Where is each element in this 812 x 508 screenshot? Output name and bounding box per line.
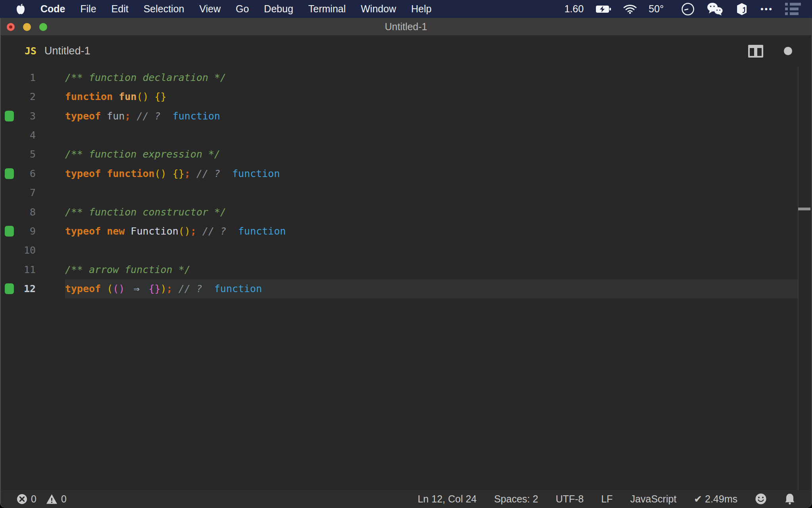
statusbar-right-items: Ln 12, Col 24Spaces: 2UTF-8LFJavaScript✔… — [417, 493, 737, 505]
menu-item-terminal[interactable]: Terminal — [308, 3, 346, 15]
notifications-bell-icon[interactable] — [784, 493, 795, 505]
menu-item-file[interactable]: File — [80, 3, 96, 15]
menu-item-go[interactable]: Go — [236, 3, 249, 15]
code-text: /** arrow function */ — [65, 260, 190, 279]
line-number[interactable]: 6 — [1, 164, 36, 183]
code-text: /** function constructor */ — [65, 203, 226, 222]
apple-menu[interactable] — [16, 4, 25, 15]
wifi-icon[interactable] — [623, 4, 637, 14]
menu-item-view[interactable]: View — [199, 3, 221, 15]
menu-item-selection[interactable]: Selection — [144, 3, 184, 15]
code-line[interactable]: 2function fun() {} — [1, 87, 811, 106]
warnings-indicator[interactable]: 0 — [46, 493, 67, 505]
code-line[interactable]: 8/** function constructor */ — [1, 203, 811, 222]
temperature-widget[interactable]: 50° — [649, 3, 664, 15]
menubar: CodeFileEditSelectionViewGoDebugTerminal… — [0, 0, 812, 18]
unsaved-dot-icon[interactable] — [784, 47, 792, 55]
editor-tabbar: JS Untitled-1 — [1, 36, 811, 66]
menu-item-code[interactable]: Code — [40, 3, 65, 15]
code-line[interactable]: 3typeof fun; // ? function — [1, 107, 811, 126]
warning-count: 0 — [61, 493, 67, 505]
code-text: typeof new Function(); // ? function — [65, 222, 286, 241]
line-number[interactable]: 11 — [1, 260, 36, 279]
overview-ruler-border — [798, 66, 799, 490]
menubar-status-area: 1.60 50° — [564, 0, 812, 18]
code-line[interactable]: 7 — [1, 183, 811, 202]
split-editor-icon[interactable] — [748, 45, 763, 58]
apple-logo-icon — [16, 4, 25, 15]
menubar-items: CodeFileEditSelectionViewGoDebugTerminal… — [40, 3, 431, 15]
line-number[interactable]: 10 — [1, 241, 36, 260]
statusbar-quokka-perf[interactable]: ✔ 2.49ms — [694, 493, 737, 505]
code-line[interactable]: 1/** function declaration */ — [1, 68, 811, 87]
menu-item-help[interactable]: Help — [411, 3, 431, 15]
clock-icon[interactable] — [681, 2, 695, 16]
warnings-icon — [46, 494, 57, 504]
tab-filename: Untitled-1 — [44, 45, 90, 57]
javascript-file-icon: JS — [25, 45, 36, 57]
wechat-icon[interactable] — [707, 2, 723, 16]
menu-item-edit[interactable]: Edit — [111, 3, 128, 15]
battery-charging-icon[interactable] — [596, 5, 611, 13]
statusbar-indentation[interactable]: Spaces: 2 — [494, 493, 538, 505]
code-line[interactable]: 4 — [1, 126, 811, 145]
line-number[interactable]: 4 — [1, 126, 36, 145]
code-text: function fun() {} — [65, 87, 167, 106]
line-number[interactable]: 5 — [1, 145, 36, 164]
task-list-icon[interactable] — [785, 3, 801, 15]
menubar-left: CodeFileEditSelectionViewGoDebugTerminal… — [0, 3, 431, 15]
overview-ruler-cursor-mark — [798, 208, 810, 210]
line-number[interactable]: 3 — [1, 107, 36, 126]
line-number[interactable]: 12 — [1, 279, 36, 298]
menu-item-window[interactable]: Window — [361, 3, 396, 15]
code-line[interactable]: 11/** arrow function */ — [1, 260, 811, 279]
statusbar-encoding[interactable]: UTF-8 — [555, 493, 584, 505]
code-text: typeof (() ⇒ {}); // ? function — [65, 279, 262, 298]
error-count: 0 — [31, 493, 36, 505]
statusbar-cursor-position[interactable]: Ln 12, Col 24 — [417, 493, 477, 505]
stock-widget[interactable]: 1.60 — [564, 3, 584, 15]
line-number[interactable]: 7 — [1, 183, 36, 202]
menu-item-debug[interactable]: Debug — [264, 3, 293, 15]
code-text: /** function declaration */ — [65, 68, 226, 87]
problems-indicator[interactable]: 0 — [17, 493, 36, 505]
window-title: Untitled-1 — [1, 18, 811, 36]
statusbar-right: Ln 12, Col 24Spaces: 2UTF-8LFJavaScript✔… — [417, 490, 811, 508]
tab-untitled-1[interactable]: JS Untitled-1 — [25, 36, 90, 66]
statusbar: 0 0 Ln 12, Col 24Spaces: 2UTF-8LFJavaScr… — [1, 490, 811, 508]
code-text: typeof fun; // ? function — [65, 107, 220, 126]
statusbar-eol[interactable]: LF — [601, 493, 613, 505]
window-titlebar[interactable]: Untitled-1 — [1, 18, 811, 36]
vscode-window: Untitled-1 JS Untitled-1 1/** function d… — [0, 18, 812, 508]
statusbar-left: 0 0 — [1, 493, 67, 505]
code-line[interactable]: 6typeof function() {}; // ? function — [1, 164, 811, 183]
code-text: typeof function() {}; // ? function — [65, 164, 280, 183]
feedback-smiley-icon[interactable] — [755, 493, 767, 505]
code-editor[interactable]: 1/** function declaration */2function fu… — [1, 66, 811, 490]
code-line[interactable]: 10 — [1, 241, 811, 260]
code-line[interactable]: 9typeof new Function(); // ? function — [1, 222, 811, 241]
line-number[interactable]: 1 — [1, 68, 36, 87]
line-number[interactable]: 2 — [1, 87, 36, 106]
code-line[interactable]: 5/** function expression */ — [1, 145, 811, 164]
errors-icon — [17, 494, 27, 504]
ellipsis-icon[interactable]: ••• — [760, 4, 773, 14]
line-number[interactable]: 8 — [1, 203, 36, 222]
line-number[interactable]: 9 — [1, 222, 36, 241]
cube-icon[interactable] — [735, 2, 749, 16]
statusbar-language-mode[interactable]: JavaScript — [630, 493, 676, 505]
code-line[interactable]: 12typeof (() ⇒ {}); // ? function — [1, 279, 811, 298]
tab-actions — [748, 36, 792, 66]
code-text: /** function expression */ — [65, 145, 220, 164]
